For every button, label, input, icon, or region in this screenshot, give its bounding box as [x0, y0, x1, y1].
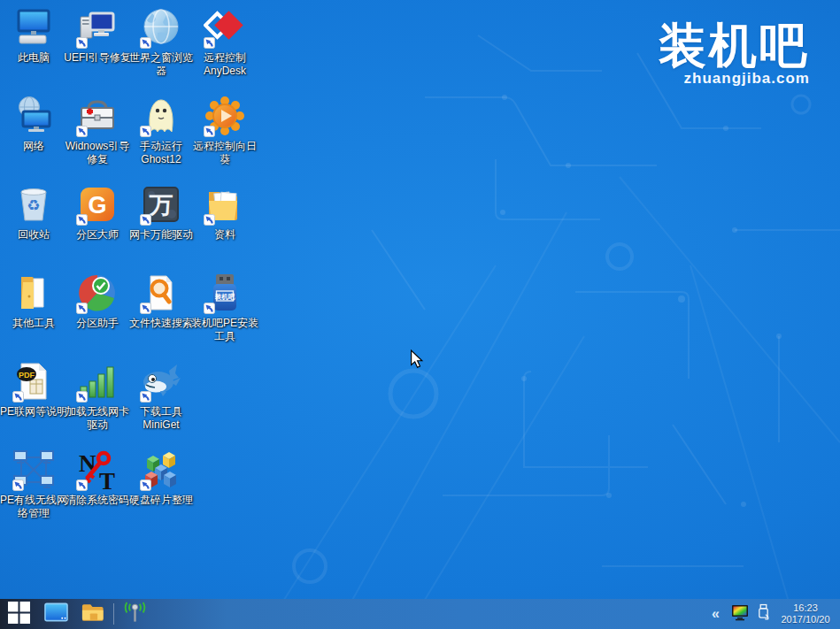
desktop-icon-uefi-repair[interactable]: UEFI引导修复: [66, 5, 129, 94]
desktop-icon-label: 其他工具: [0, 317, 69, 330]
taskbar: « 16:23 2017/10/20: [0, 599, 840, 629]
desktop-icon-partition-assistant[interactable]: 分区助手: [66, 271, 129, 359]
svg-text:装机吧: 装机吧: [214, 293, 235, 301]
shortcut-arrow-icon: [204, 126, 215, 137]
clock-time: 16:23: [778, 602, 833, 614]
svg-text:万: 万: [149, 192, 173, 219]
desktop-icon-defrag[interactable]: 硬盘碎片整理: [129, 448, 193, 536]
start-button[interactable]: [0, 599, 37, 629]
desktop-icon-label: PE联网等说明: [0, 405, 69, 418]
this-pc-icon: [12, 5, 56, 50]
world-browser-icon: [139, 5, 183, 50]
desktop-icon-label: 手动运行Ghost12: [126, 140, 197, 167]
nic-driver-icon: 万: [139, 182, 183, 226]
defrag-icon: [139, 448, 183, 492]
desktop-icon-nic-driver[interactable]: 万网卡万能驱动: [129, 182, 193, 271]
brand-domain: zhuangjiba.com: [659, 70, 810, 88]
partition-master-icon: G: [75, 182, 119, 226]
taskbar-clock[interactable]: 16:23 2017/10/20: [778, 602, 833, 625]
desktop-icon-other-tools[interactable]: 其他工具: [2, 271, 66, 359]
system-tray: « 16:23 2017/10/20: [708, 602, 840, 625]
desktop: 装机吧 zhuangjiba.com 此电脑UEFI引导修复世界之窗浏览器远程控…: [0, 0, 840, 629]
shortcut-arrow-icon: [140, 126, 151, 137]
display-settings-tray-icon[interactable]: [731, 604, 749, 625]
desktop-icon-label: 清除系统密码: [62, 494, 133, 507]
clear-password-icon: NT: [75, 448, 119, 492]
svg-text:G: G: [88, 192, 106, 219]
desktop-icon-label: 装机吧PE安装工具: [189, 317, 260, 344]
tray-expand-button[interactable]: «: [708, 607, 723, 621]
desktop-icon-label: 分区大师: [62, 228, 133, 242]
desktop-icon-label: 回收站: [0, 228, 69, 242]
shortcut-arrow-icon: [12, 391, 24, 403]
shortcut-arrow-icon: [204, 303, 215, 314]
shortcut-arrow-icon: [140, 391, 151, 403]
network-icon: [12, 94, 56, 138]
usb-eject-tray-icon[interactable]: [757, 603, 770, 625]
shortcut-arrow-icon: [76, 479, 88, 491]
desktop-icon-label: Widnows引导修复: [62, 140, 133, 167]
desktop-icon-zhuangjiba-pe[interactable]: 装机吧装机吧PE安装工具: [193, 271, 257, 359]
antenna-icon: [123, 601, 147, 627]
wifi-driver-icon: [75, 359, 119, 403]
desktop-icon-label: 网络: [0, 140, 69, 153]
desktop-icon-sunflower-remote[interactable]: 远程控制向日葵: [193, 94, 257, 182]
desktop-icon-miniget[interactable]: 下载工具MiniGet: [129, 359, 193, 448]
pe-net-manager-icon: [12, 448, 56, 492]
desktop-icon-windows-boot-repair[interactable]: Widnows引导修复: [66, 94, 129, 182]
desktop-icon-label: PE有线无线网络管理: [0, 494, 69, 521]
desktop-icon-this-pc[interactable]: 此电脑: [2, 5, 66, 94]
shortcut-arrow-icon: [140, 479, 151, 491]
shortcut-arrow-icon: [76, 214, 88, 226]
desktop-icon-label: 加载无线网卡驱动: [62, 405, 133, 433]
desktop-icon-data-folder[interactable]: 资料: [193, 182, 257, 271]
desktop-icon-file-search[interactable]: 文件快速搜索: [129, 271, 193, 359]
shortcut-arrow-icon: [76, 303, 88, 314]
desktop-icon-label: 资料: [189, 228, 260, 242]
desktop-icon-anydesk[interactable]: 远程控制AnyDesk: [193, 5, 257, 94]
zhuangjiba-pe-icon: 装机吧: [203, 271, 247, 315]
other-tools-icon: [12, 271, 56, 315]
shortcut-arrow-icon: [76, 391, 88, 403]
uefi-repair-icon: [75, 5, 119, 50]
svg-text:T: T: [99, 468, 115, 491]
desktop-icon-label: 硬盘碎片整理: [126, 494, 197, 507]
shortcut-arrow-icon: [140, 303, 151, 314]
wireless-tool-button[interactable]: [116, 599, 153, 629]
data-folder-icon: [203, 182, 247, 226]
shortcut-arrow-icon: [12, 479, 24, 491]
brand-logo: 装机吧 zhuangjiba.com: [659, 19, 810, 88]
desktop-icon-pe-network-doc[interactable]: PDFPE联网等说明: [2, 359, 66, 448]
desktop-icon-clear-password[interactable]: NT清除系统密码: [66, 448, 129, 536]
desktop-icon-pe-net-manager[interactable]: PE有线无线网络管理: [2, 448, 66, 536]
desktop-icon-network[interactable]: 网络: [2, 94, 66, 182]
desktop-icon-recycle-bin[interactable]: ♻回收站: [2, 182, 66, 271]
ghost12-icon: [139, 94, 183, 138]
svg-text:PDF: PDF: [19, 371, 35, 380]
desktop-icon-partition-master[interactable]: G分区大师: [66, 182, 129, 271]
desktop-icon-label: UEFI引导修复: [62, 51, 133, 65]
pe-network-doc-icon: PDF: [12, 359, 56, 403]
desktop-icon-wifi-driver[interactable]: 加载无线网卡驱动: [66, 359, 129, 448]
desktop-icon-label: 远程控制AnyDesk: [189, 51, 260, 79]
desktop-icon-label: 远程控制向日葵: [189, 140, 260, 167]
desktop-icon-ghost12[interactable]: 手动运行Ghost12: [129, 94, 193, 182]
windows-boot-repair-icon: [75, 94, 119, 138]
clock-date: 2017/10/20: [778, 614, 833, 625]
shortcut-arrow-icon: [204, 214, 215, 226]
folder-icon: [81, 603, 104, 625]
taskbar-separator: [113, 603, 114, 625]
shortcut-arrow-icon: [140, 214, 151, 226]
svg-text:♻: ♻: [27, 197, 40, 214]
file-search-icon: [139, 271, 183, 315]
shortcut-arrow-icon: [76, 37, 88, 49]
taskbar-display-button[interactable]: [37, 599, 74, 629]
desktop-icon-label: 世界之窗浏览器: [126, 51, 197, 79]
desktop-icon-label: 网卡万能驱动: [126, 228, 197, 242]
sunflower-remote-icon: [203, 94, 247, 138]
desktop-icon-label: 文件快速搜索: [126, 317, 197, 330]
shortcut-arrow-icon: [140, 37, 151, 49]
desktop-icon-world-browser[interactable]: 世界之窗浏览器: [129, 5, 193, 94]
shortcut-arrow-icon: [76, 126, 88, 137]
taskbar-explorer-button[interactable]: [74, 599, 112, 629]
